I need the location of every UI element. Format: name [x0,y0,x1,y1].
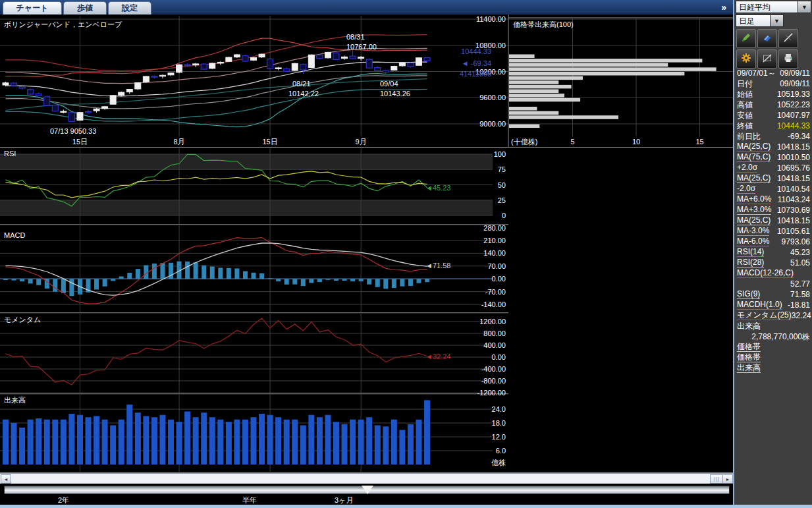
quote-row: 前日比-69.34 [734,131,812,142]
chevron-down-icon[interactable]: ▼ [798,1,811,13]
window-bottom-edge [0,505,812,508]
pencil-button[interactable] [736,29,756,48]
indicator-link-row[interactable]: MA+3.0%10730.69 [734,205,812,215]
svg-text:◄32.24: ◄32.24 [425,353,450,360]
indicator-link-row[interactable]: +2.0σ10695.76 [734,163,812,173]
row-value: 45.23 [790,248,810,257]
eraser-icon [762,32,772,45]
chart-style-button[interactable] [757,49,777,69]
svg-text:210.00: 210.00 [483,237,506,244]
row-label: 高値 [737,101,753,109]
row-label: MA+6.0% [737,195,771,204]
symbol-value: 日経平均 [736,1,798,13]
svg-text:-70.00: -70.00 [485,288,506,296]
quote-row: 2,788,770,000株 [734,331,812,342]
row-label: MA(75,C) [737,153,771,162]
indicator-link-row[interactable]: モメンタム(25)32.24 [734,310,812,321]
pencil-icon [741,32,751,45]
row-value: 52.77 [790,279,810,289]
row-value: 10105.61 [777,227,810,236]
indicator-link-row[interactable]: MA+6.0%11043.24 [734,194,812,205]
row-label: 安値 [737,111,753,120]
row-value: 32.24 [792,311,811,320]
indicator-link-row[interactable]: RSI(14)45.23 [734,247,812,258]
indicator-link-row[interactable]: SIG(9)71.58 [734,289,812,300]
range-slider-thumb[interactable] [362,486,373,494]
row-value: 71.58 [790,290,810,299]
indicator-link-row[interactable]: 価格帯 [734,342,812,353]
svg-text:07/13 9050.33: 07/13 9050.33 [50,127,96,135]
svg-text:75: 75 [498,165,506,173]
indicator-link-row[interactable]: MA(25,C)10418.15 [734,173,812,184]
svg-text:800.00: 800.00 [483,329,506,337]
tab-3[interactable]: 設定 [108,1,151,14]
chevron-down-icon[interactable]: ▼ [771,14,784,27]
indicator-link-row[interactable]: 価格帯 [734,353,812,363]
row-label: 価格帯 [737,343,761,352]
trendline-button[interactable] [778,29,798,48]
row-label: +2.0σ [737,163,757,173]
scroll-right-button[interactable]: ► [722,474,733,484]
row-label: 前日比 [737,132,761,141]
indicator-link-row[interactable]: MACDH(1.0)-18.81 [734,300,812,310]
range-label: 2年 [58,495,69,505]
printer-button[interactable] [778,49,798,69]
svg-text:0.00: 0.00 [492,353,506,361]
svg-text:08/31: 08/31 [346,33,365,41]
indicator-link-row[interactable]: RSI(28)51.05 [734,258,812,268]
indicator-link-row[interactable]: MACD(12-26,C) [734,268,812,279]
svg-text:10: 10 [632,138,640,146]
row-value: 09/09/11 [780,69,810,78]
tab-2[interactable]: 歩値 [63,1,107,14]
row-label: 終値 [737,122,753,130]
svg-text:-400.00: -400.00 [481,365,506,373]
indicator-link-row[interactable]: -2.0σ10140.54 [734,184,812,194]
quote-row: 日付09/09/11 [734,78,812,89]
scroll-left-button[interactable]: ◄ [1,474,11,484]
svg-text:価格帯出来高(100): 価格帯出来高(100) [513,20,574,28]
row-label: 価格帯 [737,353,761,362]
horizontal-scrollbar[interactable]: ◄ ► [0,473,733,484]
symbol-select[interactable]: 日経平均 ▼ [736,1,811,13]
row-value: -18.81 [788,300,810,310]
time-range-slider [0,484,733,495]
indicator-link-row[interactable]: MA-6.0%9793.06 [734,237,812,247]
svg-text:0.00: 0.00 [492,275,506,283]
svg-text:08/21: 08/21 [292,80,311,88]
chart-canvas[interactable]: 価格帯出来高(100)(十億株)5101511400.0010800.00102… [0,0,733,473]
svg-text:10767.00: 10767.00 [346,43,377,51]
scrollbar-thumb[interactable] [710,474,724,484]
svg-text:15日: 15日 [262,138,277,146]
row-label: 始値 [737,90,753,99]
eraser-button[interactable] [757,29,777,48]
svg-text:9000.00: 9000.00 [479,120,506,128]
row-value: 10418.15 [777,174,810,183]
settings-button[interactable] [736,49,756,69]
svg-text:出来高: 出来高 [4,396,26,404]
svg-text:24.0: 24.0 [492,405,506,413]
range-label: 半年 [242,495,257,505]
tab-overflow-chevron-icon[interactable]: » [721,2,725,13]
indicator-link-row[interactable]: 出来高 [734,363,812,374]
row-label: MA(25,C) [737,174,771,183]
svg-text:8月: 8月 [173,138,184,146]
tab-bar: » チャート歩値設定 [0,0,733,14]
row-value: 10418.15 [777,216,810,225]
row-value: 9793.06 [782,237,810,246]
indicator-link-row[interactable]: MA(75,C)10010.50 [734,152,812,163]
quote-row: 出来高 [734,321,812,331]
row-value: 10444.33 [777,121,810,130]
row-label: MA-3.0% [737,227,769,236]
row-label: MA(25,C) [737,216,771,225]
row-label: モメンタム(25) [737,311,792,320]
tab-1[interactable]: チャート [3,1,62,14]
indicator-link-row[interactable]: MA(25,C)10418.15 [734,142,812,152]
indicator-link-row[interactable]: MA(25,C)10418.15 [734,215,812,226]
row-value: 10522.23 [777,100,810,109]
svg-text:-1200.00: -1200.00 [477,389,506,397]
quote-data-list: 09/07/01～09/09/11日付09/09/11始値10519.33高値1… [734,68,812,374]
svg-text:10143.26: 10143.26 [380,90,410,98]
indicator-link-row[interactable]: MA-3.0%10105.61 [734,226,812,237]
timeframe-select[interactable]: 日足 ▼ [736,14,784,27]
left-arrow-icon: ◄ [4,477,9,482]
